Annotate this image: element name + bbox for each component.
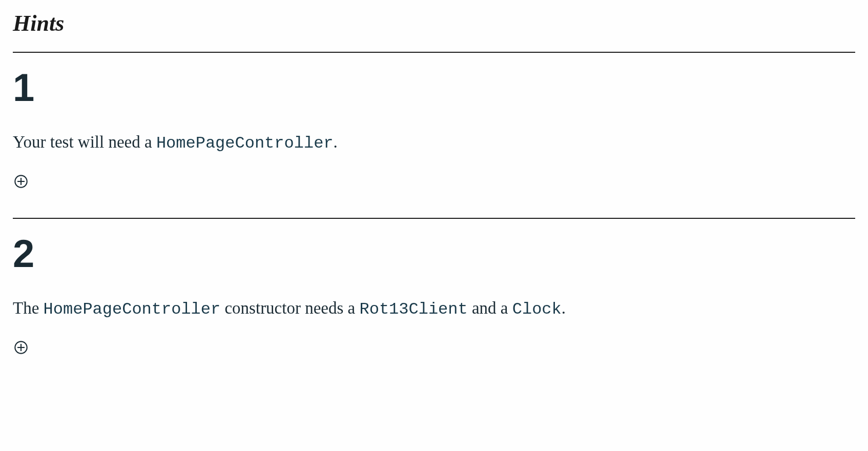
hint-text: Your test will need a HomePageController… <box>13 130 855 155</box>
plus-circle-icon <box>14 340 28 355</box>
hint-text-segment: The <box>13 299 44 317</box>
code-token: HomePageController <box>44 300 221 319</box>
hint-text-segment: and a <box>468 299 512 317</box>
plus-circle-icon <box>14 174 28 189</box>
hint-section-1: 1 Your test will need a HomePageControll… <box>13 53 855 218</box>
hint-text-segment: . <box>334 133 338 151</box>
hint-number: 2 <box>13 234 855 273</box>
hint-text: The HomePageController constructor needs… <box>13 296 855 321</box>
hint-section-2: 2 The HomePageController constructor nee… <box>13 219 855 384</box>
expand-button[interactable] <box>13 339 29 356</box>
code-token: HomePageController <box>156 134 334 153</box>
expand-button[interactable] <box>13 173 29 190</box>
hint-text-segment: Your test will need a <box>13 133 156 151</box>
hint-text-segment: constructor needs a <box>220 299 359 317</box>
hints-title: Hints <box>13 10 855 36</box>
code-token: Rot13Client <box>359 300 467 319</box>
hint-number: 1 <box>13 68 855 107</box>
hint-text-segment: . <box>562 299 566 317</box>
code-token: Clock <box>512 300 562 319</box>
